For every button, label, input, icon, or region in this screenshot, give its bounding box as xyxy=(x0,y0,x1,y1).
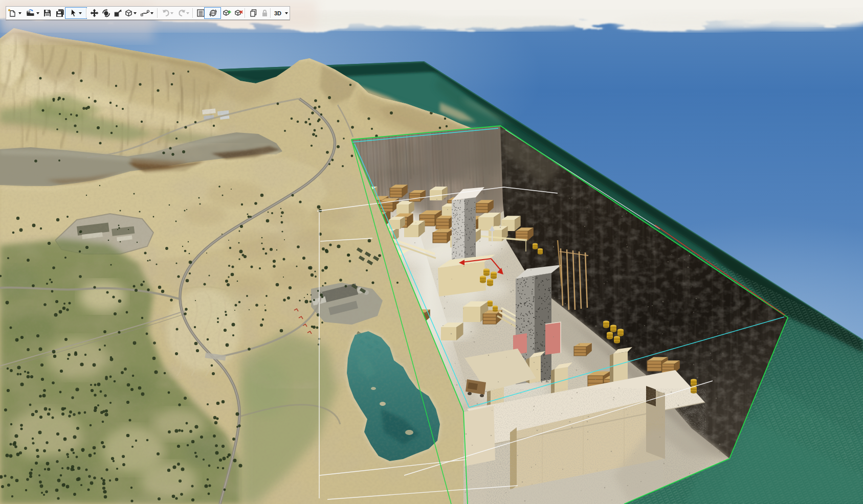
svg-text:3D: 3D xyxy=(274,10,281,16)
